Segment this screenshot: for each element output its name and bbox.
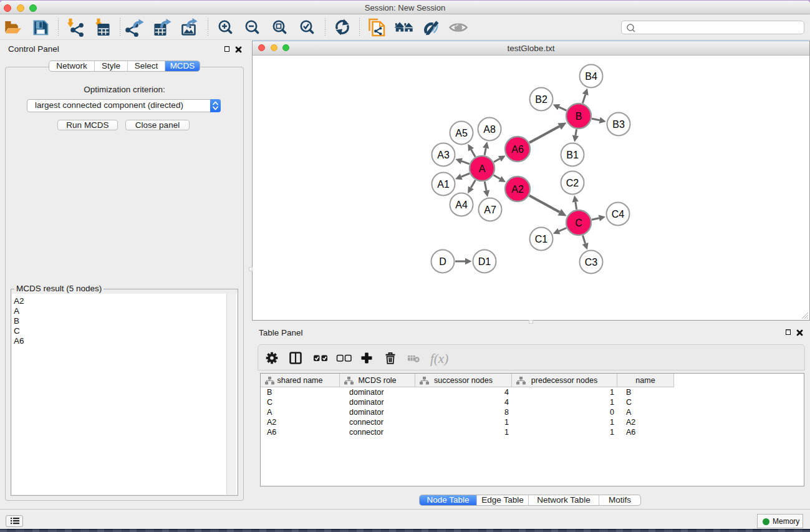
svg-text:A4: A4 xyxy=(455,200,468,210)
svg-text:A1: A1 xyxy=(437,179,450,190)
svg-text:A8: A8 xyxy=(483,124,496,135)
svg-text:B4: B4 xyxy=(585,71,597,82)
svg-text:D: D xyxy=(439,256,446,267)
svg-text:A3: A3 xyxy=(437,150,450,160)
svg-text:B3: B3 xyxy=(612,119,625,130)
svg-text:C: C xyxy=(575,218,582,228)
svg-text:f(x): f(x) xyxy=(430,351,448,366)
svg-text:B1: B1 xyxy=(566,150,579,160)
svg-text:C1: C1 xyxy=(535,234,548,244)
svg-text:C2: C2 xyxy=(566,178,579,188)
svg-text:A5: A5 xyxy=(455,128,468,138)
svg-text:B: B xyxy=(576,111,582,122)
svg-text:A2: A2 xyxy=(511,184,524,195)
svg-text:C3: C3 xyxy=(585,257,598,268)
svg-text:A6: A6 xyxy=(511,144,524,155)
svg-text:A7: A7 xyxy=(484,205,496,215)
svg-text:B2: B2 xyxy=(535,94,547,105)
svg-text:D1: D1 xyxy=(478,256,491,267)
svg-text:A: A xyxy=(479,163,486,174)
svg-text:C4: C4 xyxy=(612,209,625,220)
